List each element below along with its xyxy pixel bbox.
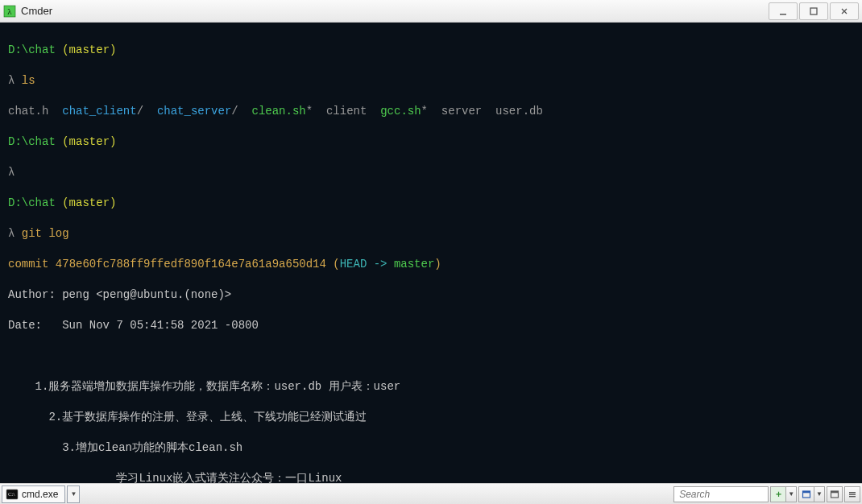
command: ls: [22, 74, 35, 87]
statusbar: C:\ cmd.exe ▼ ＋ ▼ ▼: [0, 483, 862, 504]
ls-item: chat.h: [8, 105, 48, 118]
titlebar: λ Cmder: [0, 0, 862, 23]
window-icon: [798, 486, 814, 502]
tab-cmd[interactable]: C:\ cmd.exe: [2, 485, 65, 503]
head-ref: HEAD ->: [340, 258, 387, 271]
minimize-button[interactable]: [769, 2, 798, 20]
command: git log: [22, 227, 69, 240]
svg-rect-3: [810, 8, 817, 14]
commit-msg: 3.增加clean功能的脚本clean.sh: [8, 440, 854, 456]
commit-msg: 学习Linux嵌入式请关注公众号：一口Linux: [8, 471, 854, 483]
prompt-branch: (master): [62, 196, 116, 209]
commit-hash: 478e60fc788ff9ffedf890f164e7a61a9a650d14: [56, 258, 326, 271]
ls-item: chat_server: [157, 105, 231, 118]
windows-list-button[interactable]: ▼: [798, 486, 825, 502]
window-title: Cmder: [21, 5, 769, 17]
prompt-path: D:\chat: [8, 43, 56, 56]
search-input[interactable]: [673, 486, 769, 502]
prompt-symbol: λ: [8, 74, 15, 87]
commit-line: commit 478e60fc788ff9ffedf890f164e7a61a9…: [8, 257, 854, 272]
svg-rect-9: [831, 491, 839, 493]
command-line: λ git log: [8, 226, 854, 242]
paren: ): [434, 258, 441, 271]
ls-item: *: [306, 105, 313, 118]
prompt-path: D:\chat: [8, 135, 56, 148]
window-controls: [769, 2, 859, 20]
command-line: λ ls: [8, 73, 854, 89]
ls-output-line: chat.h chat_client/ chat_server/ clean.s…: [8, 104, 854, 119]
ls-item: /: [231, 105, 238, 118]
ls-item: /: [137, 105, 143, 118]
paren: (: [333, 258, 339, 271]
date-line: Date: Sun Nov 7 05:41:58 2021 -0800: [8, 318, 854, 333]
prompt-branch: (master): [62, 43, 116, 56]
commit-msg: 2.基于数据库操作的注册、登录、上线、下线功能已经测试通过: [8, 410, 854, 425]
prompt-line: D:\chat (master): [8, 134, 854, 150]
ls-item: server: [441, 105, 482, 118]
terminal-output[interactable]: D:\chat (master) λ ls chat.h chat_client…: [0, 23, 862, 483]
svg-text:λ: λ: [7, 6, 12, 16]
svg-rect-7: [803, 491, 810, 493]
ls-item: user.db: [495, 105, 543, 118]
prompt-branch: (master): [62, 135, 116, 148]
commit-label: commit: [8, 258, 48, 271]
svg-rect-10: [849, 492, 856, 493]
chevron-down-icon: ▼: [786, 486, 797, 502]
branch-ref: master: [387, 258, 435, 271]
svg-text:C:\: C:\: [8, 491, 15, 498]
menu-button[interactable]: [844, 486, 860, 502]
prompt-symbol: λ: [8, 166, 15, 179]
tab-label: cmd.exe: [22, 489, 58, 500]
commit-msg: 1.服务器端增加数据库操作功能，数据库名称：user.db 用户表：user: [8, 379, 854, 395]
new-console-button[interactable]: ＋ ▼: [770, 486, 797, 502]
prompt-line: D:\chat (master): [8, 196, 854, 211]
chevron-down-icon: ▼: [814, 486, 825, 502]
show-hide-button[interactable]: [827, 486, 843, 502]
blank-line: [8, 349, 854, 364]
empty-command: λ: [8, 165, 854, 180]
author-line: Author: peng <peng@ubuntu.(none)>: [8, 287, 854, 303]
ls-item: gcc.sh: [380, 105, 421, 118]
ls-item: *: [421, 105, 428, 118]
cmd-icon: C:\: [6, 488, 19, 501]
close-button[interactable]: [830, 2, 859, 20]
svg-rect-12: [849, 496, 856, 497]
svg-rect-2: [780, 14, 786, 15]
ls-item: client: [326, 105, 367, 118]
svg-rect-11: [849, 494, 856, 494]
ls-item: chat_client: [62, 105, 136, 118]
prompt-path: D:\chat: [8, 196, 56, 209]
prompt-symbol: λ: [8, 227, 15, 240]
plus-icon: ＋: [770, 486, 786, 502]
prompt-line: D:\chat (master): [8, 43, 854, 58]
app-icon: λ: [3, 5, 16, 18]
tab-dropdown-button[interactable]: ▼: [67, 485, 80, 503]
ls-item: clean.sh: [252, 105, 306, 118]
maximize-button[interactable]: [799, 2, 828, 20]
